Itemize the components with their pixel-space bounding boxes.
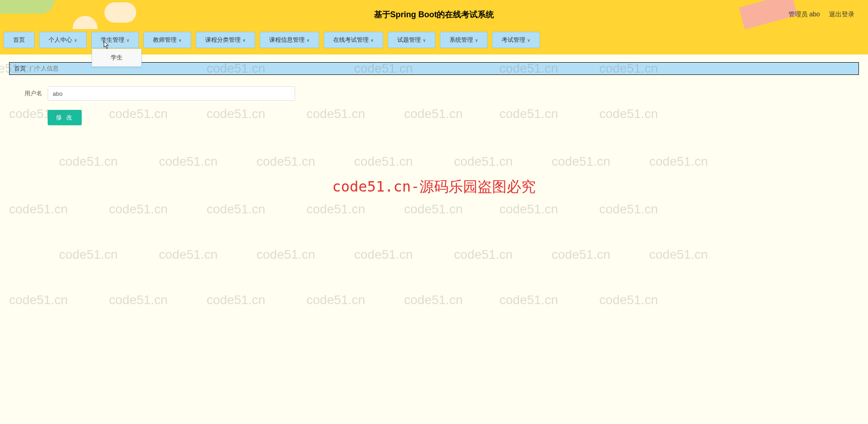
nav-item-system-management[interactable]: 系统管理 ∨: [440, 32, 488, 48]
watermark: code51.cn: [256, 247, 315, 262]
watermark: code51.cn: [59, 154, 118, 169]
watermark: code51.cn: [552, 154, 610, 169]
dropdown-menu: 学生: [92, 49, 142, 67]
nav-bar: 首页 个人中心 ∨ 学生管理 ∨ 学生 教师管理 ∨ 课程分类管理 ∨ 课程信息…: [0, 29, 868, 54]
watermark: code51.cn: [649, 247, 708, 262]
nav-item-label: 课程信息管理: [269, 36, 305, 44]
watermark: code51.cn: [354, 154, 413, 169]
nav-item-label: 个人中心: [49, 36, 72, 44]
chevron-down-icon: ∨: [527, 38, 530, 43]
username-label: 用户名: [14, 89, 48, 98]
watermark: code51.cn: [599, 107, 658, 121]
watermark: code51.cn: [404, 202, 463, 217]
watermark: code51.cn: [649, 154, 708, 169]
chevron-down-icon: ∨: [423, 38, 426, 43]
nav-item-course-category-management[interactable]: 课程分类管理 ∨: [196, 32, 255, 48]
chevron-down-icon: ∨: [475, 38, 478, 43]
form: 用户名 修 改: [14, 86, 295, 125]
watermark: code51.cn: [306, 202, 365, 217]
watermark: code51.cn: [159, 247, 217, 262]
header-decoration: [104, 2, 136, 23]
chevron-down-icon: ∨: [74, 38, 77, 43]
watermark: code51.cn: [207, 293, 265, 307]
nav-item-label: 首页: [13, 36, 25, 44]
watermark: code51.cn: [109, 202, 168, 217]
watermark: code51.cn: [159, 154, 217, 169]
watermark: code51.cn: [256, 154, 315, 169]
form-row-username: 用户名: [14, 86, 295, 101]
watermark: code51.cn: [454, 154, 513, 169]
breadcrumb-separator: /: [30, 65, 31, 72]
nav-item-label: 课程分类管理: [205, 36, 241, 44]
breadcrumb-home[interactable]: 首页: [14, 64, 26, 73]
form-actions: 修 改: [14, 110, 295, 125]
watermark: code51.cn: [306, 107, 365, 121]
submit-button[interactable]: 修 改: [48, 110, 82, 125]
user-label[interactable]: 管理员 abo: [789, 10, 820, 19]
watermark: code51.cn: [207, 202, 265, 217]
nav-item-question-management[interactable]: 试题管理 ∨: [388, 32, 435, 48]
nav-item-label: 试题管理: [397, 36, 421, 44]
logout-button[interactable]: 退出登录: [829, 10, 854, 19]
watermark: code51.cn: [499, 293, 558, 307]
dropdown-item-student[interactable]: 学生: [92, 49, 141, 66]
watermark: code51.cn: [404, 293, 463, 307]
nav-item-course-info-management[interactable]: 课程信息管理 ∨: [260, 32, 319, 48]
watermark: code51.cn: [552, 247, 610, 262]
watermark: code51.cn: [59, 247, 118, 262]
watermark: code51.cn: [306, 293, 365, 307]
watermark: code51.cn: [454, 247, 513, 262]
watermark: code51.cn: [499, 202, 558, 217]
username-input[interactable]: [48, 86, 295, 101]
nav-item-home[interactable]: 首页: [4, 32, 35, 48]
page-title: 基于Spring Boot的在线考试系统: [374, 9, 494, 20]
chevron-down-icon: ∨: [126, 38, 129, 43]
chevron-down-icon: ∨: [242, 38, 246, 43]
watermark: code51.cn: [599, 293, 658, 307]
watermark: code51.cn: [354, 247, 413, 262]
nav-item-label: 在线考试管理: [333, 36, 369, 44]
watermark-center: code51.cn-源码乐园盗图必究: [332, 177, 536, 197]
watermark: code51.cn: [9, 202, 68, 217]
nav-item-label: 系统管理: [449, 36, 473, 44]
nav-item-personal-center[interactable]: 个人中心 ∨: [39, 32, 87, 48]
nav-item-student-management[interactable]: 学生管理 ∨ 学生: [91, 32, 139, 48]
chevron-down-icon: ∨: [306, 38, 310, 43]
watermark: code51.cn: [499, 107, 558, 121]
watermark: code51.cn: [109, 293, 168, 307]
chevron-down-icon: ∨: [370, 38, 374, 43]
breadcrumb-current: 个人信息: [35, 64, 59, 73]
watermark: code51.cn: [9, 293, 68, 307]
header-decoration: [0, 0, 54, 14]
nav-item-label: 教师管理: [153, 36, 177, 44]
nav-item-online-exam-management[interactable]: 在线考试管理 ∨: [324, 32, 383, 48]
nav-item-exam-management[interactable]: 考试管理 ∨: [492, 32, 540, 48]
nav-item-label: 学生管理: [101, 36, 124, 44]
nav-item-label: 考试管理: [502, 36, 525, 44]
header: 基于Spring Boot的在线考试系统 管理员 abo 退出登录: [0, 0, 868, 29]
chevron-down-icon: ∨: [178, 38, 182, 43]
nav-item-teacher-management[interactable]: 教师管理 ∨: [143, 32, 191, 48]
watermark: code51.cn: [404, 107, 463, 121]
watermark: code51.cn: [599, 202, 658, 217]
